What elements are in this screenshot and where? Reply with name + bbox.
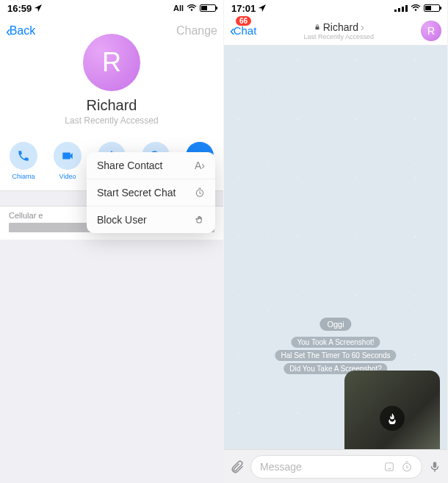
message-input[interactable]: Message: [250, 455, 422, 479]
input-bar: Message: [224, 449, 447, 483]
menu-label: Share Contact: [97, 160, 163, 171]
media-message[interactable]: 17:01 ✓: [344, 371, 440, 449]
back-label: Chat: [234, 24, 257, 37]
menu-start-secret-chat[interactable]: Start Secret Chat: [87, 179, 215, 207]
contact-name: Richard: [87, 97, 137, 114]
more-menu-popover: Share Contact A› Start Secret Chat Block…: [87, 152, 215, 233]
call-button[interactable]: Chiama: [7, 142, 40, 180]
date-pill: Oggi: [319, 318, 351, 331]
video-button[interactable]: Video: [51, 142, 84, 180]
chat-title-area[interactable]: Richard › Last Recently Accessed: [256, 21, 421, 40]
empty-area: [0, 240, 223, 483]
system-message: You Took A Screenshot!: [291, 337, 380, 348]
contact-status: Last Recently Accessed: [65, 115, 158, 126]
self-destruct-icon: [380, 406, 405, 431]
share-contact-icon: A›: [195, 160, 205, 171]
chat-avatar[interactable]: R: [421, 21, 441, 41]
lock-icon: [314, 24, 321, 31]
phone-icon: [17, 149, 30, 162]
battery-icon: [200, 4, 216, 12]
menu-share-contact[interactable]: Share Contact A›: [87, 152, 215, 179]
call-label: Chiama: [12, 173, 35, 180]
svg-point-0: [191, 9, 193, 11]
phone-right: 17:01 ‹ Chat 66 Richard ›: [224, 0, 448, 483]
back-button[interactable]: ‹ Back: [6, 23, 35, 40]
sticker-icon[interactable]: [383, 461, 395, 473]
chat-nav-bar: ‹ Chat 66 Richard › Last Recently Access…: [224, 16, 447, 46]
svg-rect-9: [402, 7, 404, 12]
phone-left: 16:59 All ‹ Back Change R Richard Last R…: [0, 0, 224, 483]
timer-icon[interactable]: [401, 461, 413, 473]
location-arrow-icon: [259, 4, 266, 12]
menu-block-user[interactable]: Block User: [87, 207, 215, 233]
chevron-right-icon: ›: [361, 21, 364, 33]
timer-icon: [195, 187, 205, 198]
chat-status: Last Recently Accessed: [303, 33, 374, 40]
back-button[interactable]: ‹ Chat 66: [230, 22, 256, 39]
status-time: 17:01: [231, 3, 256, 14]
hand-block-icon: [195, 215, 205, 225]
chat-title-label: Richard: [323, 21, 358, 33]
video-label: Video: [59, 173, 76, 180]
nav-bar: ‹ Back Change: [0, 16, 223, 46]
svg-rect-7: [394, 10, 397, 12]
battery-icon: [424, 4, 440, 12]
wifi-icon: [187, 4, 197, 12]
svg-point-11: [415, 9, 417, 11]
mic-button[interactable]: [428, 460, 441, 473]
location-arrow-icon: [35, 4, 42, 12]
video-icon: [61, 149, 74, 162]
status-bar: 16:59 All: [0, 0, 223, 16]
svg-rect-8: [398, 8, 400, 12]
change-button[interactable]: Change: [176, 24, 217, 37]
carrier-label: All: [173, 4, 184, 12]
signal-icon: [394, 4, 408, 12]
profile-header: R Richard Last Recently Accessed: [0, 46, 223, 135]
svg-rect-12: [386, 462, 394, 471]
wifi-icon: [411, 4, 421, 12]
menu-label: Start Secret Chat: [97, 187, 176, 198]
menu-label: Block User: [97, 214, 147, 226]
attach-button[interactable]: [230, 459, 245, 474]
svg-rect-10: [405, 5, 408, 12]
back-label: Back: [10, 24, 36, 37]
system-message: Hal Set The Timer To 60 Seconds: [275, 350, 396, 361]
status-time: 16:59: [7, 3, 32, 14]
unread-badge: 66: [236, 16, 251, 26]
status-bar: 17:01: [224, 0, 447, 16]
message-placeholder: Message: [260, 461, 302, 473]
chat-body[interactable]: Oggi You Took A Screenshot! Hal Set The …: [224, 46, 447, 449]
